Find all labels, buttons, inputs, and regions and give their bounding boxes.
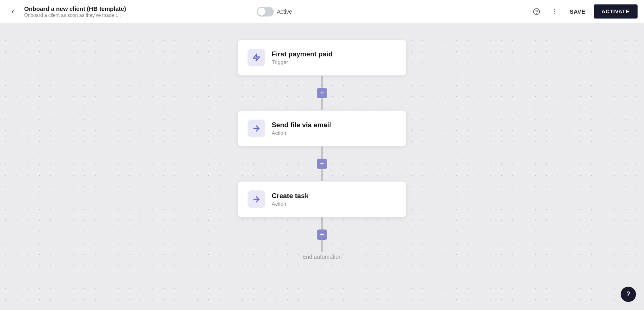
more-options-button[interactable] [547,4,561,19]
svg-marker-5 [253,54,260,61]
activate-button[interactable]: ACTIVATE [594,4,638,19]
svg-point-4 [554,13,555,14]
connector-line-2b [322,169,322,181]
arrow-right-icon-2 [252,195,261,204]
action1-icon-bg [248,120,265,137]
action1-subtitle: Action [272,130,331,136]
connector-1: + [317,76,327,110]
arrow-right-icon [252,124,261,133]
title-block: Onboard a new client (HB template) Onboa… [24,5,252,18]
help-icon-button[interactable] [529,4,544,19]
end-connector-line [322,217,322,229]
connector-2: + [317,147,327,181]
svg-point-1 [537,13,537,13]
action1-content: Send file via email Action [272,121,331,136]
lightning-icon [252,53,261,62]
trigger-content: First payment paid Trigger [272,50,332,65]
floating-help-button[interactable]: ? [621,287,636,302]
workflow-canvas: First payment paid Trigger + Send file v… [0,23,644,310]
svg-point-3 [554,11,555,12]
action1-title: Send file via email [272,121,331,129]
connector-line-1 [322,76,322,88]
connector-line-2 [322,147,322,159]
add-final-step-button[interactable]: + [317,229,327,240]
action2-title: Create task [272,192,309,200]
trigger-card[interactable]: First payment paid Trigger [237,39,407,76]
flow-container: First payment paid Trigger + Send file v… [233,39,411,260]
trigger-subtitle: Trigger [272,59,332,65]
trigger-icon-bg [248,49,265,66]
end-section: + End automation [302,217,342,260]
active-label: Active [277,8,292,15]
action2-card[interactable]: Create task Action [237,181,407,217]
connector-line-1b [322,98,322,110]
end-automation-label: End automation [302,254,342,260]
workflow-title: Onboard a new client (HB template) [24,5,252,12]
action2-icon-bg [248,190,265,208]
header: ‹ Onboard a new client (HB template) Onb… [0,0,644,23]
header-actions: SAVE ACTIVATE [529,4,638,19]
action2-subtitle: Action [272,201,309,207]
add-step-2-button[interactable]: + [317,159,327,169]
active-toggle[interactable] [257,7,274,17]
save-button[interactable]: SAVE [565,5,590,18]
end-line [322,240,322,252]
workflow-subtitle: Onboard a client as soon as they've made… [24,12,252,18]
trigger-title: First payment paid [272,50,332,58]
add-step-1-button[interactable]: + [317,88,327,98]
action2-content: Create task Action [272,192,309,207]
back-button[interactable]: ‹ [6,5,19,18]
action1-card[interactable]: Send file via email Action [237,110,407,147]
active-toggle-group: Active [257,7,292,17]
svg-point-2 [554,9,555,10]
